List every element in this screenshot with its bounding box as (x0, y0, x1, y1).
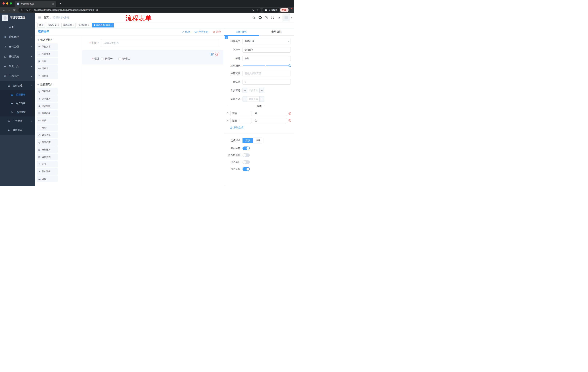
palette-item-switch[interactable]: ⊶开关 (37, 117, 58, 124)
component-type-select[interactable]: 多选框组 ▾ (242, 39, 291, 44)
sidebar-item-home[interactable]: ◔ 首页 (0, 22, 35, 32)
view-json-button[interactable]: 查看json (194, 30, 208, 33)
sidebar-item-system[interactable]: ⚙ 系统管理 ▾ (0, 32, 35, 42)
palette-item-password[interactable]: ▣密码 (37, 58, 58, 64)
add-option-button[interactable]: 添加选项 (230, 126, 294, 129)
fullscreen-icon[interactable] (270, 15, 275, 20)
palette-item-radio-group[interactable]: ◉单选框组 (37, 103, 58, 109)
style-button-button[interactable]: 按钮 (253, 138, 263, 143)
password-key-icon[interactable] (252, 9, 254, 11)
gender-option-2[interactable]: 选项二 (118, 57, 130, 60)
drag-handle-icon[interactable] (226, 119, 229, 122)
palette-item-time-picker[interactable]: ◷时间选择 (37, 132, 58, 138)
window-close-button[interactable] (2, 2, 5, 5)
tag-process-form[interactable]: 流程表单 × (77, 23, 91, 28)
default-value-input[interactable] (242, 79, 291, 85)
palette-item-color-picker[interactable]: ◑颜色选择 (37, 168, 58, 175)
tag-close-icon[interactable]: × (111, 24, 112, 26)
delete-component-button[interactable] (215, 52, 219, 56)
palette-item-time-range[interactable]: ◶时间范围 (37, 139, 58, 146)
palette-item-date-picker[interactable]: ▦日期选择 (37, 146, 58, 153)
avatar-caret-icon[interactable]: ▾ (291, 17, 292, 19)
palette-item-slider[interactable]: ⊸滑块 (37, 125, 58, 131)
grid-slider[interactable] (243, 65, 290, 66)
palette-item-single-text[interactable]: ▭单行文本 (37, 43, 58, 50)
phone-field[interactable]: 手机号 (83, 40, 224, 46)
max-select-input[interactable]: 最多可选 (247, 96, 259, 102)
tab-component-props[interactable]: 组件属性 (224, 28, 259, 35)
disabled-switch[interactable] (242, 160, 250, 164)
option-value-input[interactable] (253, 111, 287, 116)
font-size-icon[interactable]: TT (276, 15, 281, 20)
remove-option-icon[interactable] (288, 112, 292, 115)
sidebar-item-devtools[interactable]: ⊟ 研发工具 ▾ (0, 62, 35, 71)
new-tab-button[interactable]: + (58, 2, 63, 6)
palette-item-counter[interactable]: 123计数器 (37, 65, 58, 72)
drag-handle-icon[interactable] (226, 112, 229, 115)
title-input[interactable] (242, 56, 291, 61)
reload-button[interactable]: ⟳ (12, 8, 17, 12)
tab-form-props[interactable]: 表单属性 (259, 28, 294, 35)
search-icon[interactable] (252, 15, 256, 20)
breadcrumb-home[interactable]: 首页 (44, 16, 49, 19)
plus-button[interactable]: + (259, 96, 264, 102)
palette-item-cascader[interactable]: ⋔级联选择 (37, 95, 58, 102)
label-width-input[interactable] (242, 71, 291, 76)
avatar[interactable] (283, 14, 290, 21)
option-label-input[interactable] (230, 111, 252, 116)
address-bar[interactable]: ⚠ 不安全 dashboard.yudao.iocoder.cn/bpm/man… (18, 8, 261, 12)
security-warning-icon[interactable]: ⚠ (21, 9, 22, 11)
sidebar-item-process-model[interactable]: ➤ 流程模型 (0, 108, 35, 117)
required-switch[interactable] (242, 167, 250, 171)
min-select-input[interactable]: 至少应选 (247, 88, 259, 93)
hamburger-icon[interactable] (35, 13, 44, 22)
sidebar-item-payment[interactable]: ¥ 支付管理 ▾ (0, 42, 35, 52)
palette-item-textarea[interactable]: ☰多行文本 (37, 51, 58, 57)
minus-button[interactable]: − (243, 88, 247, 93)
forward-button[interactable]: → (7, 8, 12, 12)
copy-component-button[interactable] (210, 52, 214, 56)
tab-close-icon[interactable]: × (52, 2, 54, 5)
remove-option-icon[interactable] (288, 119, 292, 122)
palette-item-upload[interactable]: ☁上传 (37, 175, 58, 182)
sidebar-logo[interactable]: 芋道管理系统 (0, 13, 35, 22)
option-value-input[interactable] (253, 118, 287, 123)
show-label-switch[interactable] (242, 147, 250, 150)
window-zoom-button[interactable] (10, 2, 12, 5)
sidebar-item-workflow[interactable]: ⊞ 工作流程 ▴ (0, 71, 35, 81)
sidebar-item-process-management[interactable]: ☰ 流程管理 ▴ (0, 81, 35, 90)
back-button[interactable]: ← (1, 8, 6, 12)
tag-close-icon[interactable]: × (88, 24, 89, 26)
field-name-input[interactable] (242, 47, 291, 53)
sidebar-item-task-management[interactable]: ⋔ 任务管理 ▾ (0, 117, 35, 126)
checkbox-icon[interactable] (101, 57, 104, 60)
gender-option-1[interactable]: 选项一 (101, 57, 113, 60)
palette-item-select[interactable]: ◎下拉选择 (37, 88, 58, 95)
window-minimize-button[interactable] (6, 2, 8, 5)
sidebar-item-process-form[interactable]: ▤ 流程表单 (0, 90, 35, 99)
tag-process-model[interactable]: 流程模型 × (62, 23, 76, 28)
clear-button[interactable]: 清空 (213, 30, 221, 33)
help-icon[interactable]: ? (264, 15, 269, 20)
github-icon[interactable] (258, 15, 262, 20)
tag-process-definition[interactable]: 流程定义 × (46, 23, 60, 28)
style-default-button[interactable]: 默认 (242, 138, 253, 143)
tag-process-form-edit[interactable]: 流程表单-编辑 × (92, 23, 114, 28)
browser-menu-icon[interactable]: ⋮ (289, 8, 293, 12)
save-button[interactable]: ✓ 保存 (182, 30, 190, 33)
border-switch[interactable] (242, 153, 250, 157)
sidebar-item-infra[interactable]: ⊡ 基础设施 ▾ (0, 52, 35, 62)
tag-home[interactable]: 首页 (37, 23, 45, 28)
sidebar-item-leave-query[interactable]: ♟ 请假查询 (0, 126, 35, 135)
checkbox-icon[interactable] (118, 57, 121, 60)
palette-item-rate[interactable]: ☆评分 (37, 161, 58, 167)
link-handle-icon[interactable] (225, 36, 228, 39)
browser-update-button[interactable]: 更新 (280, 8, 289, 12)
minus-button[interactable]: − (243, 96, 247, 102)
browser-tab[interactable]: 芋道管理系统 × (15, 1, 56, 7)
slider-handle[interactable] (289, 64, 291, 67)
option-label-input[interactable] (230, 118, 252, 123)
gender-field-selected[interactable]: 性别 选项一 选项二 (82, 50, 223, 64)
bookmark-star-icon[interactable]: ☆ (256, 9, 259, 11)
tag-close-icon[interactable]: × (73, 24, 74, 26)
